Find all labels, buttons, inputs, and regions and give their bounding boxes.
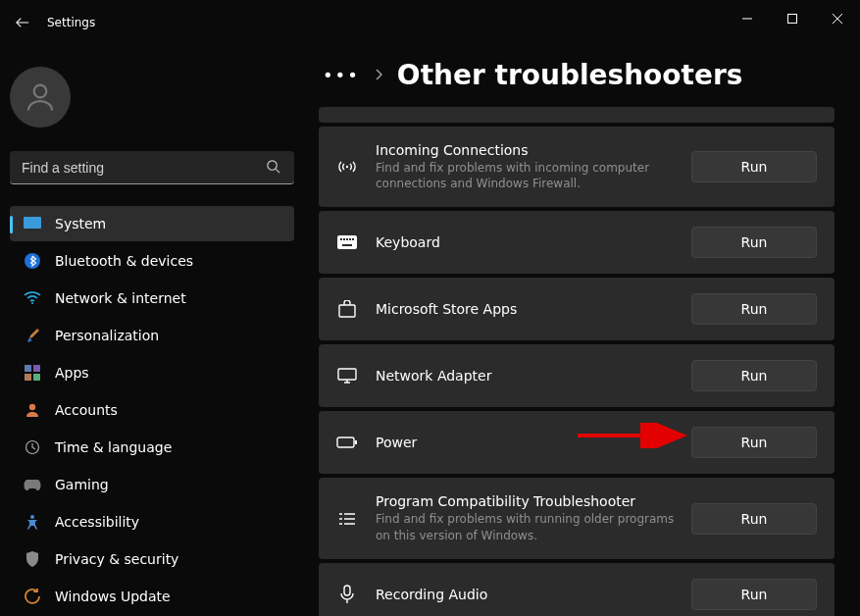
sidebar-item-system[interactable]: System [10, 206, 294, 241]
titlebar: Settings [0, 0, 860, 45]
person-icon [24, 402, 41, 418]
search-icon [266, 159, 280, 178]
svg-point-13 [30, 515, 34, 519]
svg-point-14 [346, 166, 348, 168]
apps-icon [24, 365, 41, 381]
troubleshooter-item-network: Network Adapter Run [319, 344, 835, 407]
troubleshooter-item-recording: Recording Audio Run [319, 563, 835, 616]
troubleshooter-title: Recording Audio [376, 587, 691, 602]
sidebar-item-label: Personalization [55, 328, 159, 343]
sidebar: System Bluetooth & devices Network & int… [0, 45, 304, 616]
profile[interactable] [10, 53, 294, 151]
svg-point-1 [34, 85, 47, 98]
svg-rect-7 [25, 365, 31, 372]
svg-point-2 [268, 161, 277, 170]
troubleshooter-title: Program Compatibility Troubleshooter [376, 493, 691, 509]
run-button[interactable]: Run [691, 151, 817, 182]
svg-rect-16 [340, 238, 342, 240]
svg-rect-10 [33, 374, 40, 381]
troubleshooter-desc: Find and fix problems with incoming comp… [376, 160, 680, 191]
troubleshooter-desc: Find and fix problems with running older… [376, 511, 680, 542]
shield-icon [24, 551, 41, 567]
svg-rect-20 [352, 238, 354, 240]
troubleshooter-title: Microsoft Store Apps [376, 301, 691, 317]
wifi-icon [24, 291, 41, 305]
monitor-icon [336, 368, 358, 384]
svg-rect-17 [343, 238, 345, 240]
minimize-button[interactable] [725, 3, 770, 34]
troubleshooter-title: Keyboard [376, 234, 691, 250]
page-title: Other troubleshooters [397, 59, 743, 91]
keyboard-icon [336, 235, 358, 249]
svg-rect-23 [338, 369, 356, 380]
chevron-right-icon [374, 66, 383, 84]
troubleshooter-item-incoming: Incoming Connections Find and fix proble… [319, 127, 835, 207]
sidebar-item-accounts[interactable]: Accounts [10, 392, 294, 428]
clock-globe-icon [24, 439, 41, 455]
main-content: ••• Other troubleshooters Incoming Conne… [304, 45, 860, 616]
list-icon [336, 512, 358, 526]
sidebar-item-label: Time & language [55, 439, 172, 455]
sidebar-item-label: System [55, 216, 106, 231]
sidebar-item-label: Bluetooth & devices [55, 253, 193, 269]
paintbrush-icon [24, 328, 41, 343]
battery-icon [336, 436, 358, 448]
close-button[interactable] [815, 3, 860, 34]
troubleshooter-item-store: Microsoft Store Apps Run [319, 278, 835, 340]
svg-rect-18 [346, 238, 348, 240]
sidebar-item-privacy[interactable]: Privacy & security [10, 541, 294, 577]
partial-card-top [319, 107, 835, 123]
troubleshooter-title: Power [376, 435, 691, 450]
run-button[interactable]: Run [691, 293, 817, 325]
broadcast-icon [336, 159, 358, 175]
bluetooth-icon [24, 253, 41, 269]
troubleshooter-title: Incoming Connections [376, 142, 691, 158]
sidebar-item-time[interactable]: Time & language [10, 430, 294, 465]
troubleshooter-item-power: Power Run [319, 411, 835, 474]
svg-rect-4 [28, 229, 36, 231]
run-button[interactable]: Run [691, 503, 817, 535]
gamepad-icon [24, 478, 41, 491]
sidebar-item-label: Accounts [55, 402, 118, 418]
sidebar-item-label: Privacy & security [55, 551, 178, 567]
svg-rect-8 [33, 365, 40, 372]
sidebar-item-bluetooth[interactable]: Bluetooth & devices [10, 243, 294, 279]
sidebar-item-label: Network & internet [55, 290, 186, 306]
svg-rect-3 [24, 217, 41, 229]
search-input[interactable] [10, 151, 294, 184]
accessibility-icon [24, 514, 41, 530]
troubleshooter-item-compat: Program Compatibility Troubleshooter Fin… [319, 478, 835, 558]
svg-rect-0 [788, 15, 797, 24]
run-button[interactable]: Run [691, 360, 817, 391]
svg-point-11 [29, 404, 35, 410]
sidebar-item-label: Windows Update [55, 589, 171, 604]
breadcrumb-more-icon[interactable]: ••• [323, 65, 360, 85]
sidebar-item-accessibility[interactable]: Accessibility [10, 504, 294, 539]
back-button[interactable] [0, 0, 45, 45]
run-button[interactable]: Run [691, 579, 817, 610]
svg-rect-19 [349, 238, 351, 240]
run-button[interactable]: Run [691, 227, 817, 258]
sidebar-item-personalization[interactable]: Personalization [10, 318, 294, 353]
sidebar-item-network[interactable]: Network & internet [10, 281, 294, 316]
update-icon [24, 589, 41, 604]
svg-rect-21 [342, 244, 352, 246]
sidebar-item-apps[interactable]: Apps [10, 355, 294, 390]
maximize-button[interactable] [770, 3, 815, 34]
troubleshooter-title: Network Adapter [376, 368, 691, 384]
sidebar-item-update[interactable]: Windows Update [10, 579, 294, 614]
breadcrumb: ••• Other troubleshooters [319, 59, 838, 91]
sidebar-item-label: Gaming [55, 477, 109, 492]
svg-rect-27 [344, 586, 350, 595]
sidebar-item-label: Accessibility [55, 514, 139, 530]
run-button[interactable]: Run [691, 427, 817, 458]
sidebar-item-label: Apps [55, 365, 89, 381]
svg-rect-9 [25, 374, 31, 381]
store-icon [336, 300, 358, 318]
svg-rect-15 [337, 235, 357, 249]
sidebar-item-gaming[interactable]: Gaming [10, 467, 294, 502]
svg-rect-24 [337, 437, 354, 447]
window-title: Settings [47, 16, 95, 29]
window-controls [725, 11, 860, 34]
svg-rect-25 [355, 440, 357, 444]
